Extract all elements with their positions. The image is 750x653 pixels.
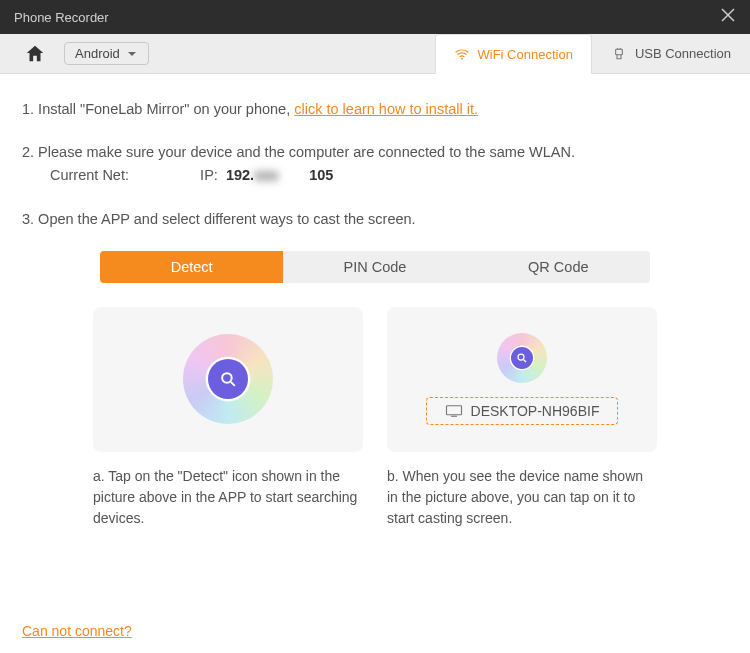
panels: a. Tap on the "Detect" icon shown in the…	[22, 307, 728, 529]
device-name-box[interactable]: DESKTOP-NH96BIF	[426, 397, 619, 425]
caption-b: b. When you see the device name shown in…	[387, 466, 657, 529]
current-net-value	[133, 164, 188, 187]
step-2: 2. Please make sure your device and the …	[22, 141, 728, 187]
svg-rect-3	[616, 49, 623, 54]
window-title: Phone Recorder	[14, 10, 109, 25]
svg-point-4	[222, 373, 232, 383]
wifi-icon	[454, 46, 470, 62]
svg-line-5	[230, 382, 234, 386]
detect-ring-small-icon	[497, 333, 547, 383]
svg-point-2	[461, 58, 463, 60]
device-illustration: DESKTOP-NH96BIF	[387, 307, 657, 452]
platform-dropdown[interactable]: Android	[64, 42, 149, 65]
device-name: DESKTOP-NH96BIF	[471, 403, 600, 419]
toolbar: Android WiFi Connection USB Connection	[0, 34, 750, 74]
current-net-label: Current Net:	[50, 167, 129, 183]
usb-icon	[611, 46, 627, 62]
cannot-connect-link[interactable]: Can not connect?	[22, 623, 132, 639]
step-1: 1. Install "FoneLab Mirror" on your phon…	[22, 98, 728, 121]
panel-b: DESKTOP-NH96BIF b. When you see the devi…	[387, 307, 657, 529]
svg-point-6	[518, 354, 524, 360]
content: 1. Install "FoneLab Mirror" on your phon…	[0, 74, 750, 529]
tab-label: WiFi Connection	[478, 47, 573, 62]
tab-usb-connection[interactable]: USB Connection	[592, 34, 750, 73]
cast-tabs: Detect PIN Code QR Code	[100, 251, 650, 283]
ip-label: IP:	[200, 167, 218, 183]
connection-tabs: WiFi Connection USB Connection	[435, 34, 751, 73]
tab-label: USB Connection	[635, 46, 731, 61]
close-icon[interactable]	[720, 7, 736, 27]
install-link[interactable]: click to learn how to install it.	[294, 101, 478, 117]
svg-rect-8	[446, 406, 461, 415]
caption-a: a. Tap on the "Detect" icon shown in the…	[93, 466, 363, 529]
step-3: 3. Open the APP and select different way…	[22, 208, 728, 231]
panel-a: a. Tap on the "Detect" icon shown in the…	[93, 307, 363, 529]
detect-illustration	[93, 307, 363, 452]
monitor-icon	[445, 404, 463, 418]
chevron-down-icon	[126, 48, 138, 60]
platform-label: Android	[75, 46, 120, 61]
ip-value: 192.xxx105	[226, 167, 333, 183]
home-button[interactable]	[14, 34, 56, 73]
home-icon	[24, 43, 46, 65]
titlebar: Phone Recorder	[0, 0, 750, 34]
detect-ring-icon	[183, 334, 273, 424]
tab-qr-code[interactable]: QR Code	[467, 251, 650, 283]
tab-detect[interactable]: Detect	[100, 251, 283, 283]
svg-line-7	[524, 360, 527, 363]
search-icon	[219, 370, 238, 389]
tab-pin-code[interactable]: PIN Code	[283, 251, 466, 283]
search-icon	[516, 352, 528, 364]
tab-wifi-connection[interactable]: WiFi Connection	[435, 34, 592, 74]
